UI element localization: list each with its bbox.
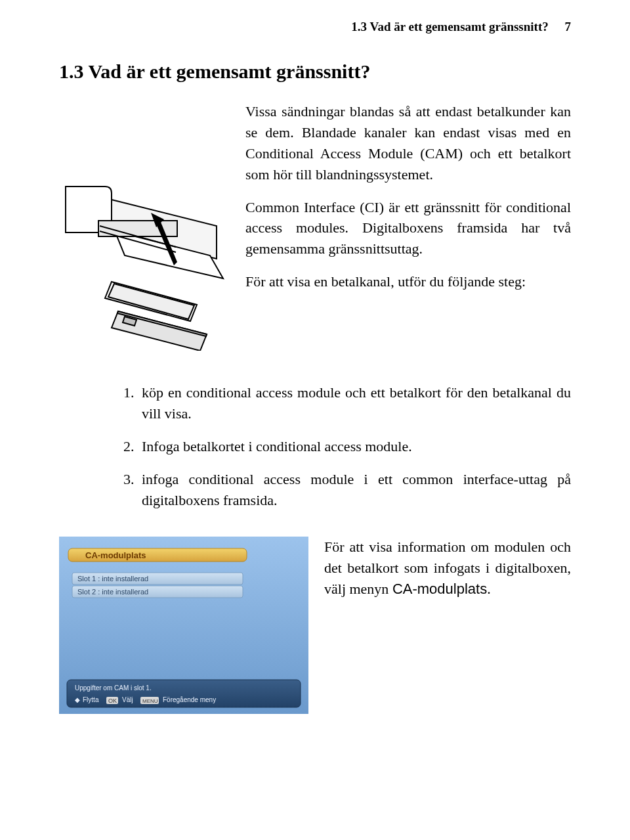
steps-list: köp en conditional access module och ett… — [59, 382, 571, 510]
step-item: infoga conditional access module i ett c… — [138, 469, 571, 511]
bottom-paragraph: För att visa information om modulen och … — [324, 537, 571, 600]
ui-screenshot: CA-modulplats Slot 1 : inte installerad … — [59, 537, 308, 714]
cam-slot-illustration — [59, 180, 230, 351]
status-line: Uppgifter om CAM i slot 1. — [75, 684, 152, 692]
running-header: 1.3 Vad är ett gemensamt gränssnitt? 7 — [59, 20, 571, 34]
bottom-row: CA-modulplats Slot 1 : inte installerad … — [59, 537, 571, 714]
svg-text:◆: ◆ — [75, 696, 80, 703]
step-item: köp en conditional access module och ett… — [138, 382, 571, 424]
slot1-text: Slot 1 : inte installerad — [77, 575, 148, 583]
intro-text: Vissa sändningar blandas så att endast b… — [245, 101, 571, 304]
svg-text:Föregående meny: Föregående meny — [163, 696, 216, 703]
svg-text:OK: OK — [108, 697, 117, 704]
document-page: 1.3 Vad är ett gemensamt gränssnitt? 7 1… — [0, 0, 630, 740]
svg-text:Välj: Välj — [122, 696, 133, 703]
page-number: 7 — [565, 20, 572, 33]
panel-title: CA-modulplats — [85, 550, 146, 560]
svg-text:Flytta: Flytta — [83, 696, 99, 703]
slot2-text: Slot 2 : inte installerad — [77, 588, 148, 596]
paragraph: Common Interface (CI) är ett gränssnitt … — [245, 197, 571, 260]
paragraph: För att visa en betalkanal, utför du föl… — [245, 271, 571, 292]
step-item: Infoga betalkortet i conditional access … — [138, 436, 571, 457]
intro-row: Vissa sändningar blandas så att endast b… — [59, 101, 571, 351]
section-heading: 1.3 Vad är ett gemensamt gränssnitt? — [59, 60, 571, 83]
menu-name: CA-modulplats — [392, 581, 487, 597]
paragraph: Vissa sändningar blandas så att endast b… — [245, 101, 571, 185]
bottom-text-suffix: . — [487, 581, 491, 597]
svg-text:MENU: MENU — [142, 698, 158, 704]
running-title: 1.3 Vad är ett gemensamt gränssnitt? — [351, 20, 548, 33]
